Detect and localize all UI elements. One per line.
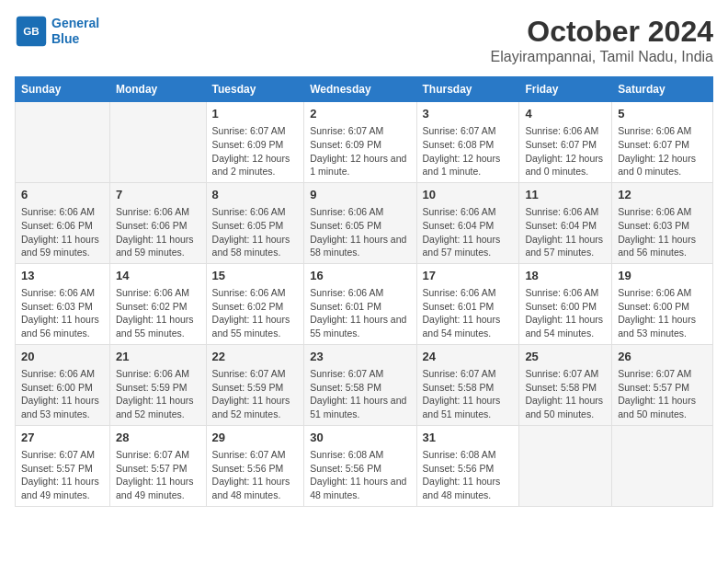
day-number: 17 — [423, 268, 514, 284]
header-cell-saturday: Saturday — [612, 77, 713, 102]
day-detail: Sunrise: 6:06 AM Sunset: 6:02 PM Dayligh… — [212, 286, 299, 340]
calendar-cell — [16, 102, 110, 183]
calendar-cell: 23Sunrise: 6:07 AM Sunset: 5:58 PM Dayli… — [304, 344, 416, 425]
day-number: 13 — [21, 268, 104, 284]
day-detail: Sunrise: 6:06 AM Sunset: 6:05 PM Dayligh… — [212, 205, 299, 259]
calendar-cell: 5Sunrise: 6:06 AM Sunset: 6:07 PM Daylig… — [612, 102, 713, 183]
calendar-cell: 4Sunrise: 6:06 AM Sunset: 6:07 PM Daylig… — [519, 102, 612, 183]
day-number: 26 — [618, 349, 707, 365]
day-number: 9 — [310, 187, 410, 203]
day-number: 21 — [116, 349, 200, 365]
day-number: 1 — [212, 106, 299, 122]
day-detail: Sunrise: 6:07 AM Sunset: 6:09 PM Dayligh… — [310, 124, 410, 178]
calendar-cell: 17Sunrise: 6:06 AM Sunset: 6:01 PM Dayli… — [416, 263, 519, 344]
page-title: October 2024 — [491, 15, 714, 49]
day-number: 23 — [310, 349, 410, 365]
calendar-cell: 10Sunrise: 6:06 AM Sunset: 6:04 PM Dayli… — [416, 182, 519, 263]
day-detail: Sunrise: 6:06 AM Sunset: 6:03 PM Dayligh… — [21, 286, 104, 340]
header-cell-friday: Friday — [519, 77, 612, 102]
day-detail: Sunrise: 6:07 AM Sunset: 6:09 PM Dayligh… — [212, 124, 299, 178]
calendar-cell: 3Sunrise: 6:07 AM Sunset: 6:08 PM Daylig… — [416, 102, 519, 183]
calendar-cell: 1Sunrise: 6:07 AM Sunset: 6:09 PM Daylig… — [206, 102, 304, 183]
calendar-cell: 8Sunrise: 6:06 AM Sunset: 6:05 PM Daylig… — [206, 182, 304, 263]
day-number: 28 — [116, 430, 200, 446]
calendar-cell: 30Sunrise: 6:08 AM Sunset: 5:56 PM Dayli… — [304, 425, 416, 506]
day-number: 7 — [116, 187, 200, 203]
calendar-cell — [519, 425, 612, 506]
day-number: 19 — [618, 268, 707, 284]
day-detail: Sunrise: 6:07 AM Sunset: 5:57 PM Dayligh… — [21, 448, 104, 502]
calendar-cell: 24Sunrise: 6:07 AM Sunset: 5:58 PM Dayli… — [416, 344, 519, 425]
header-cell-monday: Monday — [109, 77, 206, 102]
calendar-cell: 22Sunrise: 6:07 AM Sunset: 5:59 PM Dayli… — [206, 344, 304, 425]
calendar-cell: 18Sunrise: 6:06 AM Sunset: 6:00 PM Dayli… — [519, 263, 612, 344]
calendar-week-row: 13Sunrise: 6:06 AM Sunset: 6:03 PM Dayli… — [16, 263, 713, 344]
day-number: 6 — [21, 187, 104, 203]
logo-line2: Blue — [51, 31, 79, 46]
calendar-week-row: 1Sunrise: 6:07 AM Sunset: 6:09 PM Daylig… — [16, 102, 713, 183]
day-detail: Sunrise: 6:07 AM Sunset: 5:58 PM Dayligh… — [423, 367, 514, 421]
day-detail: Sunrise: 6:08 AM Sunset: 5:56 PM Dayligh… — [310, 448, 410, 502]
calendar-cell: 7Sunrise: 6:06 AM Sunset: 6:06 PM Daylig… — [109, 182, 206, 263]
header-cell-wednesday: Wednesday — [304, 77, 416, 102]
day-number: 20 — [21, 349, 104, 365]
logo: GB General Blue — [15, 15, 99, 48]
day-number: 31 — [423, 430, 514, 446]
day-number: 22 — [212, 349, 299, 365]
calendar-week-row: 6Sunrise: 6:06 AM Sunset: 6:06 PM Daylig… — [16, 182, 713, 263]
calendar-cell: 2Sunrise: 6:07 AM Sunset: 6:09 PM Daylig… — [304, 102, 416, 183]
title-block: October 2024 Elayirampannai, Tamil Nadu,… — [491, 15, 714, 65]
page-subtitle: Elayirampannai, Tamil Nadu, India — [491, 49, 714, 65]
day-number: 3 — [423, 106, 514, 122]
day-detail: Sunrise: 6:06 AM Sunset: 6:04 PM Dayligh… — [423, 205, 514, 259]
day-detail: Sunrise: 6:06 AM Sunset: 6:00 PM Dayligh… — [525, 286, 606, 340]
calendar-cell: 31Sunrise: 6:08 AM Sunset: 5:56 PM Dayli… — [416, 425, 519, 506]
day-detail: Sunrise: 6:06 AM Sunset: 6:03 PM Dayligh… — [618, 205, 707, 259]
day-number: 25 — [525, 349, 606, 365]
calendar-cell: 9Sunrise: 6:06 AM Sunset: 6:05 PM Daylig… — [304, 182, 416, 263]
day-detail: Sunrise: 6:06 AM Sunset: 6:04 PM Dayligh… — [525, 205, 606, 259]
calendar-cell: 19Sunrise: 6:06 AM Sunset: 6:00 PM Dayli… — [612, 263, 713, 344]
day-number: 10 — [423, 187, 514, 203]
day-detail: Sunrise: 6:07 AM Sunset: 5:56 PM Dayligh… — [212, 448, 299, 502]
day-detail: Sunrise: 6:06 AM Sunset: 6:07 PM Dayligh… — [525, 124, 606, 178]
day-detail: Sunrise: 6:06 AM Sunset: 6:00 PM Dayligh… — [618, 286, 707, 340]
day-number: 12 — [618, 187, 707, 203]
calendar-cell — [612, 425, 713, 506]
calendar-cell: 21Sunrise: 6:06 AM Sunset: 5:59 PM Dayli… — [109, 344, 206, 425]
day-detail: Sunrise: 6:06 AM Sunset: 6:01 PM Dayligh… — [423, 286, 514, 340]
calendar-cell: 28Sunrise: 6:07 AM Sunset: 5:57 PM Dayli… — [109, 425, 206, 506]
calendar-cell: 26Sunrise: 6:07 AM Sunset: 5:57 PM Dayli… — [612, 344, 713, 425]
day-number: 30 — [310, 430, 410, 446]
day-detail: Sunrise: 6:06 AM Sunset: 6:06 PM Dayligh… — [116, 205, 200, 259]
day-number: 8 — [212, 187, 299, 203]
day-detail: Sunrise: 6:06 AM Sunset: 6:02 PM Dayligh… — [116, 286, 200, 340]
day-number: 14 — [116, 268, 200, 284]
day-number: 15 — [212, 268, 299, 284]
day-detail: Sunrise: 6:08 AM Sunset: 5:56 PM Dayligh… — [423, 448, 514, 502]
day-number: 24 — [423, 349, 514, 365]
calendar-cell: 27Sunrise: 6:07 AM Sunset: 5:57 PM Dayli… — [16, 425, 110, 506]
header: GB General Blue October 2024 Elayirampan… — [15, 15, 713, 65]
logo-icon: GB — [15, 15, 48, 48]
day-number: 11 — [525, 187, 606, 203]
day-detail: Sunrise: 6:07 AM Sunset: 5:57 PM Dayligh… — [618, 367, 707, 421]
day-detail: Sunrise: 6:07 AM Sunset: 5:57 PM Dayligh… — [116, 448, 200, 502]
svg-text:GB: GB — [23, 25, 40, 37]
calendar-cell: 20Sunrise: 6:06 AM Sunset: 6:00 PM Dayli… — [16, 344, 110, 425]
day-detail: Sunrise: 6:07 AM Sunset: 5:58 PM Dayligh… — [525, 367, 606, 421]
header-cell-sunday: Sunday — [16, 77, 110, 102]
calendar-cell: 16Sunrise: 6:06 AM Sunset: 6:01 PM Dayli… — [304, 263, 416, 344]
day-detail: Sunrise: 6:07 AM Sunset: 6:08 PM Dayligh… — [423, 124, 514, 178]
day-detail: Sunrise: 6:06 AM Sunset: 6:05 PM Dayligh… — [310, 205, 410, 259]
calendar-cell: 29Sunrise: 6:07 AM Sunset: 5:56 PM Dayli… — [206, 425, 304, 506]
header-cell-thursday: Thursday — [416, 77, 519, 102]
day-detail: Sunrise: 6:06 AM Sunset: 6:07 PM Dayligh… — [618, 124, 707, 178]
day-detail: Sunrise: 6:06 AM Sunset: 6:00 PM Dayligh… — [21, 367, 104, 421]
day-detail: Sunrise: 6:06 AM Sunset: 5:59 PM Dayligh… — [116, 367, 200, 421]
calendar-cell: 14Sunrise: 6:06 AM Sunset: 6:02 PM Dayli… — [109, 263, 206, 344]
day-number: 5 — [618, 106, 707, 122]
day-detail: Sunrise: 6:07 AM Sunset: 5:59 PM Dayligh… — [212, 367, 299, 421]
calendar-table: SundayMondayTuesdayWednesdayThursdayFrid… — [15, 76, 713, 507]
day-detail: Sunrise: 6:06 AM Sunset: 6:01 PM Dayligh… — [310, 286, 410, 340]
